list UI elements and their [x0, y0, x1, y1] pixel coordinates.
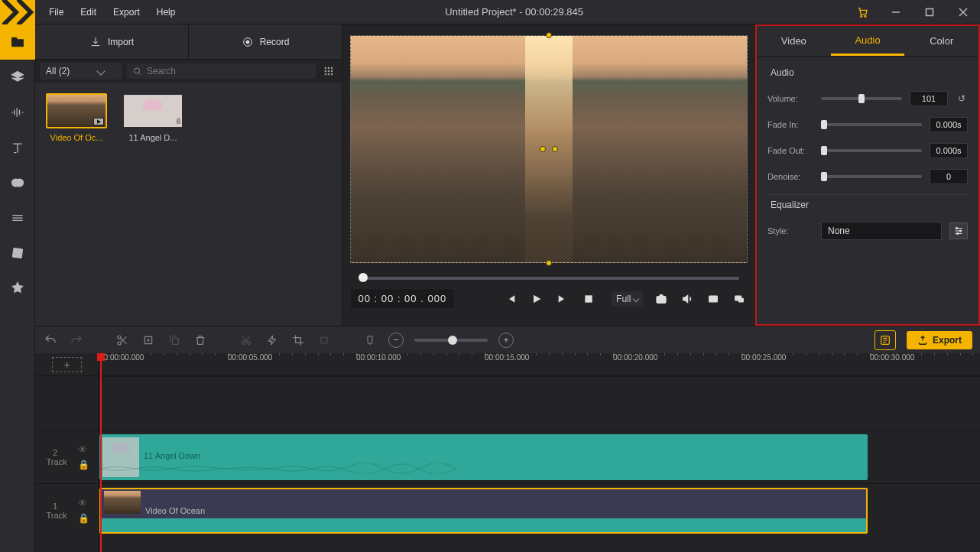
scrub-slider[interactable] [359, 277, 739, 280]
tab-video[interactable]: Video [757, 26, 831, 56]
zoom-out-button[interactable]: − [388, 333, 404, 348]
reset-volume-icon[interactable]: ↺ [956, 93, 968, 104]
timeline-toolbar: − + Export [35, 326, 980, 353]
media-item-label: 11 Angel D... [122, 133, 183, 142]
media-tab-icon[interactable] [0, 24, 35, 60]
cart-icon[interactable] [845, 0, 879, 24]
import-label: Import [108, 37, 134, 47]
svg-rect-17 [328, 70, 329, 72]
cut-button[interactable] [239, 333, 254, 348]
eye-icon[interactable]: 👁 [78, 498, 89, 508]
crop-button[interactable] [290, 333, 306, 348]
search-input[interactable] [147, 66, 310, 76]
fadein-slider[interactable] [821, 123, 922, 126]
svg-rect-19 [325, 73, 326, 75]
eye-icon[interactable]: 👁 [78, 444, 89, 455]
minimize-button[interactable] [879, 0, 913, 24]
export-button[interactable]: Export [907, 331, 972, 349]
media-item-video[interactable]: ▶ Video Of Oc... [46, 93, 107, 142]
preview-zoom-dropdown[interactable]: Full [612, 291, 643, 307]
svg-rect-20 [328, 73, 329, 75]
overlay-icon[interactable] [0, 165, 35, 200]
track-headers: + 2 Track 👁🔒 1 Track 👁🔒 [35, 353, 99, 552]
svg-point-0 [861, 15, 862, 17]
transitions-icon[interactable] [0, 200, 35, 235]
timeline-ruler[interactable]: 00:00:00.00000:00:05.00000:00:10.00000:0… [99, 353, 980, 376]
equalizer-settings-button[interactable] [949, 222, 968, 239]
zoom-slider[interactable] [414, 339, 488, 342]
aspect-button[interactable] [706, 291, 721, 307]
menu-help[interactable]: Help [149, 2, 183, 22]
menu-export[interactable]: Export [105, 2, 148, 22]
snapshot-button[interactable] [654, 291, 669, 307]
marker-button[interactable] [362, 333, 378, 348]
layers-icon[interactable] [0, 60, 35, 95]
lock-icon[interactable]: 🔒 [78, 513, 89, 524]
volume-button[interactable] [680, 291, 695, 307]
volume-value[interactable]: 101 [910, 91, 948, 106]
fullscreen-button[interactable] [732, 291, 747, 307]
clip-video[interactable]: Video Of Ocean [99, 488, 868, 534]
search-box [127, 63, 316, 79]
import-button[interactable]: Import [35, 24, 188, 59]
prev-frame-button[interactable] [503, 291, 518, 307]
audio-wave-icon[interactable] [0, 95, 35, 130]
lock-icon[interactable]: 🔒 [78, 459, 89, 470]
timeline-tracks[interactable]: 00:00:00.00000:00:05.00000:00:10.00000:0… [99, 353, 980, 552]
svg-point-29 [959, 230, 961, 232]
add-marker-button[interactable] [141, 333, 156, 348]
split-button[interactable] [115, 333, 130, 348]
menu-edit[interactable]: Edit [73, 2, 104, 22]
menubar: File Edit Export Help [35, 2, 183, 22]
delete-button[interactable] [193, 333, 208, 348]
svg-point-24 [660, 297, 664, 301]
filter-dropdown[interactable]: All (2) [40, 63, 122, 80]
fadeout-value[interactable]: 0.000s [930, 143, 968, 158]
stop-button[interactable] [581, 291, 596, 307]
fadein-value[interactable]: 0.000s [930, 117, 968, 132]
playhead[interactable] [100, 353, 102, 552]
menu-file[interactable]: File [41, 2, 71, 22]
fadeout-slider[interactable] [821, 149, 922, 152]
playback-controls: 00 : 00 : 00 . 000 Full [351, 289, 748, 308]
media-item-audio[interactable]: ıllı 11 Angel D... [122, 93, 183, 142]
denoise-value[interactable]: 0 [930, 169, 968, 184]
svg-point-1 [865, 15, 866, 17]
center-handle[interactable] [540, 146, 546, 152]
rotate-button[interactable] [316, 333, 332, 348]
zoom-in-button[interactable]: + [498, 333, 514, 348]
tab-audio[interactable]: Audio [831, 26, 905, 56]
volume-slider[interactable] [821, 97, 902, 100]
add-track-button[interactable]: + [35, 353, 99, 376]
copy-button[interactable] [167, 333, 182, 348]
favorites-icon[interactable] [0, 271, 35, 306]
style-dropdown[interactable]: None [821, 222, 942, 240]
resize-handle-s[interactable] [546, 260, 552, 266]
track-header-2[interactable]: 2 Track 👁🔒 [35, 430, 99, 483]
preview-canvas[interactable] [350, 35, 748, 263]
close-button[interactable] [946, 0, 980, 24]
preview-panel: 00 : 00 : 00 . 000 Full [342, 24, 755, 326]
elements-icon[interactable] [0, 235, 35, 271]
record-label: Record [260, 37, 290, 47]
scrub-knob[interactable] [359, 273, 368, 282]
record-button[interactable]: Record [188, 24, 342, 59]
redo-button[interactable] [69, 333, 84, 348]
titlebar: File Edit Export Help Untitled Project* … [0, 0, 980, 24]
speed-button[interactable] [264, 333, 280, 348]
undo-button[interactable] [43, 333, 58, 348]
clip-audio[interactable]: 11 Angel Down [99, 434, 868, 480]
render-button[interactable] [875, 330, 896, 350]
grid-view-icon[interactable] [320, 63, 337, 80]
text-icon[interactable] [0, 130, 35, 165]
resize-handle-n[interactable] [546, 32, 552, 38]
next-frame-button[interactable] [555, 291, 570, 307]
svg-point-30 [957, 232, 959, 234]
track-header-1[interactable]: 1 Track 👁🔒 [35, 483, 99, 537]
play-button[interactable] [529, 291, 544, 307]
rotate-handle[interactable] [552, 146, 558, 152]
maximize-button[interactable] [913, 0, 946, 24]
tab-color[interactable]: Color [904, 26, 978, 56]
denoise-slider[interactable] [821, 175, 922, 178]
svg-rect-27 [739, 298, 744, 302]
